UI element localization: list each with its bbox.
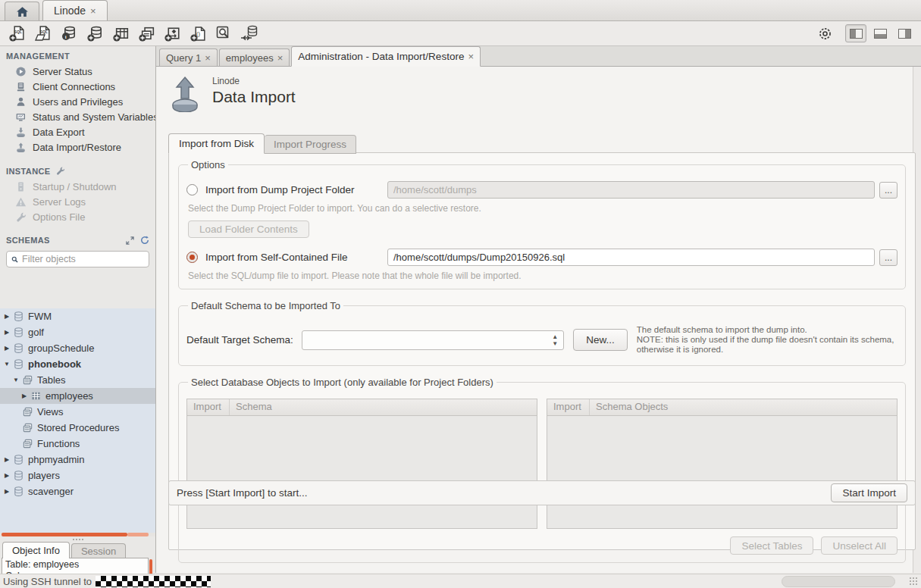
radio-import-dump-folder[interactable] [186, 184, 198, 195]
toggle-output-area-button[interactable] [869, 24, 891, 42]
load-folder-contents-button[interactable]: Load Folder Contents [188, 220, 309, 238]
connection-tab-label: Linode [54, 5, 86, 17]
sidebar-item-data-export[interactable]: Data Export [0, 124, 155, 139]
close-icon[interactable]: × [205, 52, 211, 64]
sidebar-splitter-handle[interactable] [0, 536, 155, 542]
management-section-header: MANAGEMENT [0, 46, 155, 64]
tab-administration-data-import[interactable]: Administration - Data Import/Restore × [291, 46, 481, 67]
search-table-data-icon [215, 24, 233, 42]
sidebar-item-users-privileges[interactable]: Users and Privileges [0, 94, 155, 109]
create-function-button[interactable]: () [186, 23, 209, 43]
schema-tree-row-functions[interactable]: Functions [0, 436, 155, 452]
schema-icon [13, 454, 24, 465]
tab-query-1[interactable]: Query 1 × [159, 48, 218, 66]
expander-expanded-icon[interactable]: ▼ [12, 377, 20, 383]
management-title: MANAGEMENT [6, 52, 70, 61]
expander-collapsed-icon[interactable]: ▶ [3, 329, 11, 336]
column-header-schema: Schema [230, 399, 278, 415]
select-objects-groupbox: Select Database Objects to Import (only … [178, 377, 906, 563]
schema-tree-row-views[interactable]: Views [0, 404, 155, 420]
instance-section-header: INSTANCE [0, 161, 155, 179]
expander-collapsed-icon[interactable]: ▶ [3, 488, 11, 495]
expander-collapsed-icon[interactable]: ▶ [3, 345, 11, 352]
schema-icon [13, 486, 24, 497]
status-bar: Using SSH tunnel to [0, 574, 921, 588]
connection-tab-linode[interactable]: Linode × [42, 0, 108, 20]
close-icon[interactable]: × [277, 52, 284, 64]
default-schema-legend: Default Schema to be Imported To [188, 300, 343, 311]
schema-tree-row-employees[interactable]: ▶ employees [0, 388, 155, 404]
schema-inspector-button[interactable]: i [58, 23, 80, 43]
startup-shutdown-icon [15, 181, 27, 192]
sidebar-item-options-file[interactable]: Options File [0, 209, 155, 224]
schema-objects-import-table[interactable]: Import Schema Objects [547, 399, 898, 529]
sidebar-item-data-import-restore[interactable]: Data Import/Restore [0, 139, 155, 155]
tab-object-info[interactable]: Object Info [2, 542, 70, 558]
self-contained-path-input[interactable] [387, 249, 875, 266]
schema-tree-row-stored-procedures[interactable]: Stored Procedures [0, 420, 155, 436]
schema-tree-row-groupschedule[interactable]: ▶ groupSchedule [0, 340, 155, 356]
expand-schemas-icon[interactable] [126, 236, 134, 245]
radio-import-self-contained[interactable] [186, 252, 198, 263]
schema-tree-row-golf[interactable]: ▶ golf [0, 324, 155, 340]
select-tables-button[interactable]: Select Tables [730, 536, 813, 555]
sidebar-item-server-logs[interactable]: Server Logs [0, 194, 155, 209]
schema-tree-row-tables[interactable]: ▼ Tables [0, 372, 155, 388]
create-schema-button[interactable] [83, 23, 106, 43]
sidebar-item-server-status[interactable]: Server Status [0, 64, 155, 79]
tab-session[interactable]: Session [71, 543, 126, 558]
preferences-button[interactable] [815, 24, 835, 42]
home-tab[interactable] [5, 2, 39, 20]
search-table-data-button[interactable] [212, 23, 235, 43]
default-target-schema-combobox[interactable]: ▲▼ [302, 330, 564, 350]
statusbar-scrollbar-thumb[interactable] [782, 576, 895, 587]
select-objects-legend: Select Database Objects to Import (only … [188, 377, 497, 388]
new-schema-button[interactable]: New... [573, 329, 628, 351]
unselect-all-button[interactable]: Unselect All [821, 536, 898, 555]
close-icon[interactable]: × [468, 51, 474, 62]
schemas-import-table[interactable]: Import Schema [186, 399, 537, 529]
expander-collapsed-icon[interactable]: ▶ [3, 313, 11, 320]
create-schema-icon [86, 24, 104, 42]
schema-tree-row-fwm[interactable]: ▶ FWM [0, 308, 155, 324]
start-import-button[interactable]: Start Import [831, 483, 907, 502]
window-resize-grip[interactable] [909, 577, 918, 586]
schema-filter-box [6, 251, 149, 267]
open-sql-file-button[interactable]: SQL [32, 23, 55, 43]
browse-dump-folder-button[interactable]: ... [879, 182, 898, 199]
expander-expanded-icon[interactable]: ▼ [3, 361, 11, 368]
schema-filter-input[interactable] [22, 254, 144, 264]
schema-tree-row-scavenger[interactable]: ▶ scavenger [0, 483, 155, 499]
tab-employees[interactable]: employees × [219, 48, 290, 66]
tab-import-progress[interactable]: Import Progress [265, 135, 356, 154]
dump-folder-path-input[interactable] [387, 181, 875, 199]
header-connection-name: Linode [212, 76, 296, 86]
tab-import-from-disk[interactable]: Import from Disk [168, 133, 265, 154]
data-import-page: Linode Data Import Import from Disk Impo… [156, 67, 921, 573]
browse-self-contained-button[interactable]: ... [879, 249, 898, 266]
toggle-left-sidebar-button[interactable] [845, 24, 866, 42]
ssh-tunnel-status-text: Using SSH tunnel to [3, 576, 92, 587]
new-query-tab-button[interactable]: SQL [6, 23, 29, 43]
expander-collapsed-icon[interactable]: ▶ [20, 393, 28, 399]
schema-tree-row-phpmyadmin[interactable]: ▶ phpmyadmin [0, 452, 155, 468]
reconnect-dbms-button[interactable] [238, 23, 261, 43]
default-target-schema-label: Default Target Schema: [186, 334, 302, 346]
sidebar-item-status-system-variables[interactable]: Status and System Variables [0, 109, 155, 124]
create-view-button[interactable] [135, 23, 158, 43]
schema-tree-row-players[interactable]: ▶ players [0, 468, 155, 483]
expander-collapsed-icon[interactable]: ▶ [3, 472, 11, 479]
sidebar-item-startup-shutdown[interactable]: Startup / Shutdown [0, 179, 155, 194]
default-schema-note: The default schema to import the dump in… [637, 325, 898, 355]
page-header: Linode Data Import [170, 76, 296, 112]
options-legend: Options [188, 159, 228, 170]
data-import-icon [15, 142, 27, 153]
create-procedure-button[interactable] [161, 23, 183, 43]
schema-tree-row-phonebook[interactable]: ▼ phonebook [0, 356, 155, 372]
expander-collapsed-icon[interactable]: ▶ [3, 456, 11, 463]
refresh-schemas-icon[interactable] [140, 236, 149, 245]
sidebar-item-client-connections[interactable]: Client Connections [0, 79, 155, 94]
create-table-button[interactable] [109, 23, 132, 43]
close-icon[interactable]: × [90, 5, 96, 17]
toggle-right-sidebar-button[interactable] [894, 24, 915, 42]
